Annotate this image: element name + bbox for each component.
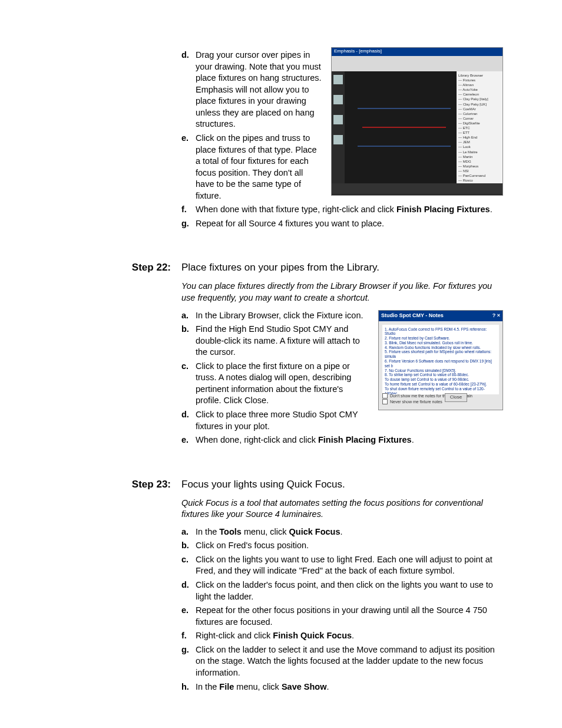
figure-canvas (345, 71, 457, 183)
list-text: When done, right-click and click Finish … (196, 434, 503, 446)
list-marker: d. (181, 579, 196, 591)
list-text: Click to place the first fixture on a pi… (196, 361, 370, 407)
list-text: Click on the ladder to select it and use… (196, 644, 503, 679)
notes-footer: Don't show me the notes for this fixture… (379, 392, 503, 410)
list-text: Click to place three more Studio Spot CM… (196, 409, 370, 432)
list-marker: d. (181, 50, 196, 61)
list-item: h.In the File menu, click Save Show. (181, 681, 503, 693)
list-item: a.In the Tools menu, click Quick Focus. (181, 526, 503, 538)
notes-close-button[interactable]: Close (445, 393, 467, 402)
list-item: b.Find the High End Studio Spot CMY and … (181, 324, 370, 358)
step-23-intro: Quick Focus is a tool that automates set… (181, 498, 503, 521)
list-text: Repeat for the other focus positions in … (196, 605, 503, 628)
notes-dialog-title: Studio Spot CMY - Notes ? × (379, 311, 503, 321)
list-item: g.Click on the ladder to select it and u… (181, 644, 503, 679)
list-item: e.Click on the pipes and truss to place … (181, 133, 323, 202)
list-marker: e. (181, 605, 196, 617)
list-marker: g. (181, 644, 196, 656)
list-item: f.When done with that fixture type, righ… (181, 204, 503, 216)
tool-icon (333, 135, 343, 144)
figure-menubar (332, 56, 503, 63)
list-text: Click on the lights you want to use to l… (196, 554, 503, 577)
list-text: Right-click and click Finish Quick Focus… (196, 630, 503, 642)
figure-library-tree: Library Browser— Fixtures— Altman— AutoY… (457, 71, 503, 183)
list-marker: b. (181, 540, 196, 552)
list-marker: h. (181, 681, 196, 693)
step-23-title: Focus your lights using Quick Focus. (181, 478, 503, 492)
notes-title-ctrl: ? × (492, 312, 500, 320)
figure-bottom-panel (332, 183, 503, 194)
list-item: c.Click to place the first fixture on a … (181, 361, 370, 407)
figure-left-icons (332, 71, 345, 183)
figure-toolbar (332, 63, 503, 71)
page: Emphasis - [emphasis] (0, 0, 562, 728)
notes-cb2: Never show me fixture notes (390, 399, 442, 404)
list-item: g.Repeat for all Source 4 fixtures you w… (181, 218, 503, 230)
list-text: Click on the pipes and truss to place fi… (196, 133, 323, 202)
list-text: When done with that fixture type, right-… (196, 204, 503, 216)
figure-notes-dialog: Studio Spot CMY - Notes ? × 1. AutoFocus… (378, 310, 503, 410)
figure-emphasis-app: Emphasis - [emphasis] (331, 47, 503, 196)
tool-icon (333, 95, 343, 104)
step-23-label: Step 23: (71, 478, 181, 492)
tool-icon (333, 115, 343, 124)
step-23: Step 23: Focus your lights using Quick F… (71, 478, 503, 695)
notes-title-text: Studio Spot CMY - Notes (381, 312, 444, 320)
list-marker: f. (181, 630, 196, 642)
list-item: f.Right-click and click Finish Quick Foc… (181, 630, 503, 642)
list-item: e.Repeat for the other focus positions i… (181, 605, 503, 628)
list-marker: d. (181, 409, 196, 421)
list-text: In the File menu, click Save Show. (196, 681, 503, 693)
list-marker: e. (181, 133, 196, 144)
list-text: Click on the ladder's focus point, and t… (196, 579, 503, 602)
list-marker: c. (181, 554, 196, 566)
list-item: d.Click on the ladder's focus point, and… (181, 579, 503, 602)
list-text: Drag your cursor over pipes in your draw… (196, 50, 323, 130)
step-22-label: Step 22: (71, 261, 181, 275)
list-text: Find the High End Studio Spot CMY and do… (196, 324, 370, 358)
list-marker: g. (181, 218, 196, 230)
checkbox-icon (382, 393, 388, 398)
figure-titlebar: Emphasis - [emphasis] (332, 48, 503, 56)
list-text: In the Library Browser, click the Fixtur… (196, 310, 370, 322)
step-22-title: Place fixtures on your pipes from the Li… (181, 261, 503, 275)
step-23-list: a.In the Tools menu, click Quick Focus.b… (181, 526, 503, 693)
list-item: d.Drag your cursor over pipes in your dr… (181, 50, 323, 130)
step-22: Step 22: Place fixtures on your pipes fr… (71, 261, 503, 448)
list-marker: a. (181, 526, 196, 538)
tool-icon (333, 75, 343, 84)
list-marker: f. (181, 204, 196, 216)
step-21-cont: Emphasis - [emphasis] (71, 47, 503, 232)
list-item: e.When done, right-click and click Finis… (181, 434, 503, 446)
list-item: d.Click to place three more Studio Spot … (181, 409, 370, 432)
list-item: a.In the Library Browser, click the Fixt… (181, 310, 370, 322)
notes-body: 1. AutoFocus Code correct to FPS RDM 4.5… (382, 325, 499, 394)
list-item: b.Click on Fred's focus position. (181, 540, 503, 552)
list-text: Repeat for all Source 4 fixtures you wan… (196, 218, 503, 230)
list-text: In the Tools menu, click Quick Focus. (196, 526, 503, 538)
list-text: Click on Fred's focus position. (196, 540, 503, 552)
list-marker: e. (181, 434, 196, 446)
list-marker: a. (181, 310, 196, 322)
checkbox-icon (382, 399, 388, 404)
step-22-intro: You can place fixtures directly from the… (181, 281, 503, 304)
list-marker: b. (181, 324, 196, 335)
list-marker: c. (181, 361, 196, 373)
list-item: c.Click on the lights you want to use to… (181, 554, 503, 577)
